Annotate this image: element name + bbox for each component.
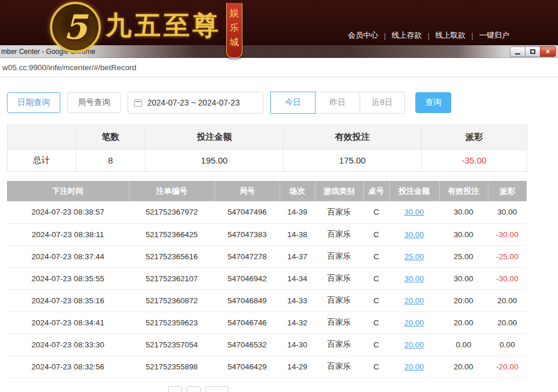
quick-range-today-button[interactable]: 今日 xyxy=(270,92,316,114)
header-game-type: 游戏类别 xyxy=(315,181,363,201)
valid-bet: 20.00 xyxy=(439,311,488,333)
session: 14-38 xyxy=(280,223,315,245)
close-button[interactable]: × xyxy=(540,46,556,57)
game-type: 百家乐 xyxy=(315,355,363,378)
round-number: 547046429 xyxy=(215,355,280,378)
page-button[interactable] xyxy=(205,386,229,392)
close-icon: × xyxy=(546,48,550,56)
order-number: 521752359623 xyxy=(129,311,215,333)
valid-bet: 25.00 xyxy=(439,245,488,267)
summary-header-blank xyxy=(8,125,76,150)
table-row: 2024-07-23 08:35:55 521752362107 5470469… xyxy=(7,267,527,289)
bet-amount-link[interactable]: 30.00 xyxy=(389,223,439,245)
table-number: C xyxy=(363,355,389,378)
header-table-number: 桌号 xyxy=(363,181,389,201)
minimize-button[interactable] xyxy=(510,46,526,57)
maximize-button[interactable] xyxy=(525,46,541,57)
game-type: 百家乐 xyxy=(315,201,363,223)
round-number: 547046746 xyxy=(215,311,280,333)
bet-amount-link[interactable]: 20.00 xyxy=(389,289,439,311)
nav-online-withdraw[interactable]: 线上取款 xyxy=(436,30,466,41)
table-number: C xyxy=(363,311,389,333)
order-number: 521752367972 xyxy=(129,201,215,223)
payout: -25.00 xyxy=(488,245,527,267)
bet-amount-link[interactable]: 30.00 xyxy=(389,201,439,223)
header-bet-amount: 投注金额 xyxy=(389,181,439,201)
url-text: w05.cc:9900/infe/mcenter/#/betRecord xyxy=(2,63,136,72)
page-button[interactable] xyxy=(168,386,182,392)
session: 14-37 xyxy=(280,245,315,267)
pagination xyxy=(168,386,558,392)
summary-total-label: 总计 xyxy=(8,150,76,172)
round-query-tab[interactable]: 局号查询 xyxy=(67,92,121,113)
quick-range-yesterday-button[interactable]: 昨日 xyxy=(315,92,360,114)
calendar-icon xyxy=(134,99,142,107)
table-number: C xyxy=(363,289,389,311)
table-number: C xyxy=(363,201,389,223)
site-logo: 5 九五至尊 娱乐城 xyxy=(50,0,242,58)
game-type: 百家乐 xyxy=(315,245,363,267)
summary-table: 笔数 投注金额 有效投注 派彩 总计 8 195.00 175.00 -35.0… xyxy=(7,125,527,172)
order-number: 521752362107 xyxy=(129,267,215,289)
round-number: 547047278 xyxy=(215,245,280,267)
bet-amount-link[interactable]: 20.00 xyxy=(389,355,439,378)
session: 14-32 xyxy=(280,311,315,333)
order-number: 521752360872 xyxy=(129,289,215,311)
quick-range-last8days-button[interactable]: 近8日 xyxy=(360,92,405,114)
payout: 20.00 xyxy=(488,289,527,311)
brand-coin-icon: 5 xyxy=(50,2,101,53)
nav-separator: | xyxy=(427,31,429,40)
payout: -30.00 xyxy=(488,223,527,245)
table-number: C xyxy=(363,333,389,355)
game-type: 百家乐 xyxy=(315,289,363,311)
quick-range-group: 今日 昨日 近8日 xyxy=(270,92,405,114)
table-row: 2024-07-23 08:33:30 521752357054 5470465… xyxy=(7,333,527,355)
bet-amount-link[interactable]: 30.00 xyxy=(389,267,439,289)
table-row: 2024-07-23 08:38:11 521752366425 5470473… xyxy=(7,223,527,245)
game-type: 百家乐 xyxy=(315,333,363,355)
summary-header-row: 笔数 投注金额 有效投注 派彩 xyxy=(8,125,527,150)
round-number: 547047496 xyxy=(215,201,280,223)
summary-valid-bet: 175.00 xyxy=(284,150,422,172)
date-range-picker[interactable]: 2024-07-23 ~ 2024-07-23 xyxy=(128,92,263,114)
summary-header-payout: 派彩 xyxy=(422,125,527,150)
table-row: 2024-07-23 08:32:56 521752355898 5470464… xyxy=(7,355,527,378)
round-number: 547046849 xyxy=(215,289,280,311)
valid-bet: 0.00 xyxy=(439,333,488,355)
bet-amount-link[interactable]: 20.00 xyxy=(389,311,439,333)
date-range-value: 2024-07-23 ~ 2024-07-23 xyxy=(147,98,240,107)
nav-separator: | xyxy=(472,31,473,40)
order-number: 521752365616 xyxy=(129,245,215,267)
summary-total-row: 总计 8 195.00 175.00 -35.00 xyxy=(8,150,527,172)
page-button[interactable] xyxy=(187,386,201,392)
nav-online-deposit[interactable]: 线上存款 xyxy=(392,30,422,41)
session: 14-29 xyxy=(280,355,315,378)
summary-payout: -35.00 xyxy=(422,150,527,172)
bet-detail-table: 下注时间 注单编号 局号 场次 游戏类别 桌号 投注金额 有效投注 派彩 202… xyxy=(7,181,527,378)
bet-time: 2024-07-23 08:33:30 xyxy=(7,333,129,355)
valid-bet: 20.00 xyxy=(439,355,488,378)
payout: -30.00 xyxy=(488,267,527,289)
bet-time: 2024-07-23 08:38:57 xyxy=(7,201,129,223)
nav-one-key-transfer[interactable]: 一键归户 xyxy=(479,30,509,41)
filter-toolbar: 日期查询 局号查询 2024-07-23 ~ 2024-07-23 今日 昨日 … xyxy=(7,92,558,114)
bet-time: 2024-07-23 08:34:41 xyxy=(7,311,129,333)
bet-amount-link[interactable]: 20.00 xyxy=(389,333,439,355)
date-query-tab[interactable]: 日期查询 xyxy=(7,92,60,113)
screen: 5 九五至尊 娱乐城 会员中心 | 线上存款 | 线上取款 | 一键归户 mbe… xyxy=(0,0,558,392)
bet-time: 2024-07-23 08:37:44 xyxy=(7,245,129,267)
round-number: 547046942 xyxy=(215,267,280,289)
browser-urlbar[interactable]: w05.cc:9900/infe/mcenter/#/betRecord xyxy=(0,58,558,77)
table-number: C xyxy=(363,223,389,245)
nav-member-center[interactable]: 会员中心 xyxy=(348,30,378,41)
round-number: 547047383 xyxy=(215,223,280,245)
valid-bet: 30.00 xyxy=(439,223,488,245)
table-row: 2024-07-23 08:35:16 521752360872 5470468… xyxy=(7,289,527,311)
session: 14-34 xyxy=(280,267,315,289)
table-number: C xyxy=(363,267,389,289)
payout: -20.00 xyxy=(488,355,527,378)
game-type: 百家乐 xyxy=(315,311,363,333)
search-button[interactable]: 查询 xyxy=(415,92,451,113)
bet-amount-link[interactable]: 25.00 xyxy=(389,245,439,267)
nav-separator: | xyxy=(384,31,386,40)
